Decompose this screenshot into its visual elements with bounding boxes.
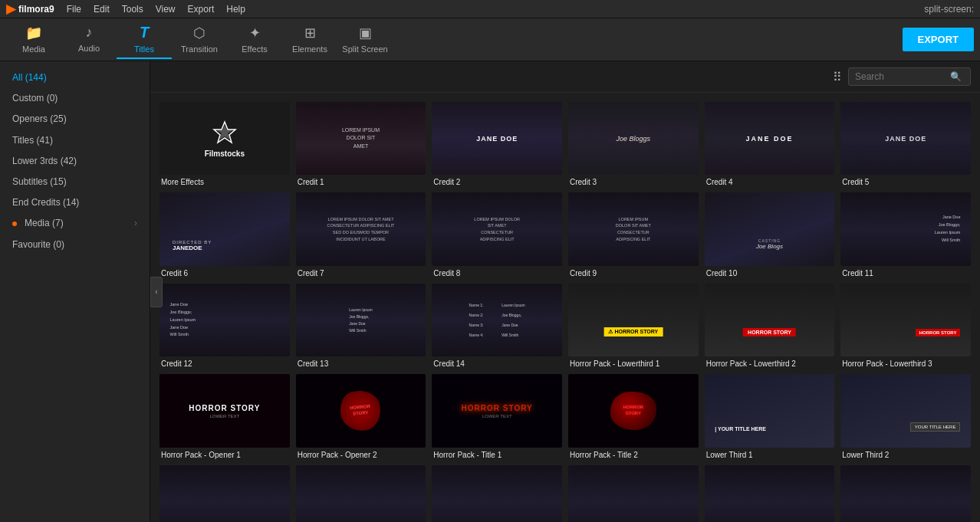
sidebar-item-subtitles[interactable]: Subtitles (15) xyxy=(0,172,150,192)
list-item[interactable]: HORROR STORY Horror Pack - Lowerthird 2 xyxy=(702,281,838,371)
splitscreen-icon: ▣ xyxy=(359,25,372,41)
list-item[interactable]: HORROR STORY Horror Pack - Lowerthird 3 xyxy=(837,281,974,371)
filmstocks-logo xyxy=(211,119,238,146)
app-logo: ▶ filmora9 xyxy=(6,2,54,16)
list-item[interactable]: LOREM IPSUMDOLOR SITAMET Credit 1 xyxy=(293,99,429,189)
sidebar: All (144) Custom (0) Openers (25) Titles… xyxy=(0,61,150,522)
item-label: Horror Pack - Lowerthird 1 xyxy=(568,359,699,368)
menu-edit[interactable]: Edit xyxy=(94,4,110,15)
item-label: Credit 1 xyxy=(296,178,426,186)
toolbar-media[interactable]: 📁 Media xyxy=(6,21,61,59)
list-item[interactable] xyxy=(429,462,565,522)
logo-icon: ▶ xyxy=(6,2,15,16)
thumbnail xyxy=(568,465,699,522)
list-item[interactable]: Jane DoeJoe Bloggs;Lauren IpsumWill Smit… xyxy=(837,189,974,280)
export-button[interactable]: EXPORT xyxy=(903,28,974,51)
toolbar-effects[interactable]: ✦ Effects xyxy=(227,21,282,59)
thumbnail: HORROR STORY xyxy=(705,284,835,356)
toolbar-titles-label: Titles xyxy=(134,44,154,54)
thumbnail: JANE DOE xyxy=(432,102,562,175)
thumbnail: LOREM IPSUMDOLOR SIT AMETCONSECTETURADIP… xyxy=(568,192,699,265)
thumbnail: DIRECTED BY JANEDOE xyxy=(159,192,290,265)
sidebar-item-openers[interactable]: Openers (25) xyxy=(0,109,150,130)
list-item[interactable]: DIRECTED BY JANEDOE Credit 6 xyxy=(156,189,293,280)
list-item[interactable]: Jane DoeJoe Bloggs;Lauren IpsumJane DoeW… xyxy=(156,281,293,371)
list-item[interactable]: Lauren IpsumJoe Bloggs,Jane DoeWill Smit… xyxy=(293,281,429,371)
elements-icon: ⊞ xyxy=(304,25,316,41)
list-item[interactable]: LOREM IPSUMDOLOR SIT AMETCONSECTETURADIP… xyxy=(565,189,702,280)
list-item[interactable]: YOUR TITLE HERE Lower Third 2 xyxy=(837,371,974,461)
toolbar-transition[interactable]: ⬡ Transition xyxy=(172,21,227,59)
item-label: Credit 7 xyxy=(296,269,426,277)
toolbar-titles[interactable]: T Titles xyxy=(117,21,172,59)
toolbar-elements[interactable]: ⊞ Elements xyxy=(282,21,337,59)
menu-file[interactable]: File xyxy=(67,4,81,15)
item-label: Credit 8 xyxy=(432,269,562,277)
toolbar-elements-label: Elements xyxy=(292,44,327,54)
list-item[interactable]: Filmstocks More Effects xyxy=(156,99,293,189)
list-item[interactable]: LOREM IPSUM DOLOR SIT AMETCONSECTETUR AD… xyxy=(293,189,429,280)
list-item[interactable]: JANE DOE Credit 4 xyxy=(702,99,838,189)
thumbnail xyxy=(705,465,835,522)
list-item[interactable] xyxy=(293,462,429,522)
menu-help[interactable]: Help xyxy=(226,4,245,15)
list-item[interactable]: JANE DOE Credit 2 xyxy=(429,99,565,189)
search-icon[interactable]: 🔍 xyxy=(950,71,962,82)
item-label: Credit 4 xyxy=(705,178,835,186)
item-label: Credit 2 xyxy=(432,178,562,186)
thumbnail xyxy=(296,465,426,522)
list-item[interactable]: ⚠ HORROR STORY Horror Pack - Lowerthird … xyxy=(565,281,702,371)
grid-view-icon[interactable]: ⠿ xyxy=(833,70,842,84)
app-name: filmora9 xyxy=(18,4,54,15)
list-item[interactable]: Name 1:Lauren Ipsum Name 2:Joe Bloggs, N… xyxy=(429,281,565,371)
thumbnail: JANE DOE xyxy=(705,102,835,175)
list-item[interactable]: Casting Joe Blogs Credit 10 xyxy=(702,189,838,280)
thumbnail: JANE DOE xyxy=(840,102,971,175)
menu-export[interactable]: Export xyxy=(188,4,215,15)
list-item[interactable]: HORRORSTORY Horror Pack - Opener 2 xyxy=(293,371,429,461)
sidebar-collapse-button[interactable]: ‹ xyxy=(150,277,163,307)
sidebar-item-favourite[interactable]: Favourite (0) xyxy=(0,235,150,255)
list-item[interactable] xyxy=(702,462,838,522)
list-item[interactable] xyxy=(156,462,293,522)
list-item[interactable] xyxy=(565,462,702,522)
sidebar-item-all[interactable]: All (144) xyxy=(0,67,150,88)
thumbnail: Jane DoeJoe Bloggs;Lauren IpsumWill Smit… xyxy=(840,192,971,265)
search-input[interactable] xyxy=(855,71,947,82)
item-label: Credit 6 xyxy=(159,269,290,277)
thumbnail: HORRORSTORY xyxy=(296,374,426,447)
item-label: More Effects xyxy=(159,178,290,186)
sidebar-item-lower3rds[interactable]: Lower 3rds (42) xyxy=(0,151,150,172)
list-item[interactable]: JANE DOE Credit 5 xyxy=(837,99,974,189)
toolbar-media-label: Media xyxy=(22,44,45,54)
list-item[interactable] xyxy=(837,462,974,522)
menu-tools[interactable]: Tools xyxy=(122,4,143,15)
sidebar-item-media[interactable]: Media (7) › xyxy=(0,213,150,234)
toolbar-audio[interactable]: ♪ Audio xyxy=(61,21,117,59)
list-item[interactable]: LOREM IPSUM DOLORSIT AMETCONSECTETURADIP… xyxy=(429,189,565,280)
titles-icon: T xyxy=(140,24,149,41)
thumbnail: LOREM IPSUMDOLOR SITAMET xyxy=(296,102,426,175)
effects-icon: ✦ xyxy=(249,25,261,41)
toolbar-splitscreen[interactable]: ▣ Split Screen xyxy=(337,21,393,59)
item-label: Horror Pack - Lowerthird 3 xyxy=(840,359,971,368)
list-item[interactable]: Joe Bloggs Credit 3 xyxy=(565,99,702,189)
list-item[interactable]: | YOUR TITLE HERE Lower Third 1 xyxy=(702,371,838,461)
thumbnail: Joe Bloggs xyxy=(568,102,699,175)
list-item[interactable]: HORROR STORY LOWER TEXT Horror Pack - Op… xyxy=(156,371,293,461)
thumbnail: Jane DoeJoe Bloggs;Lauren IpsumJane DoeW… xyxy=(159,284,290,356)
list-item[interactable]: HORRORSTORY Horror Pack - Title 2 xyxy=(565,371,702,461)
thumbnail: ⚠ HORROR STORY xyxy=(568,284,699,356)
media-dot xyxy=(12,222,17,226)
sidebar-item-titles[interactable]: Titles (41) xyxy=(0,130,150,151)
sidebar-item-endcredits[interactable]: End Credits (14) xyxy=(0,192,150,213)
menu-view[interactable]: View xyxy=(156,4,176,15)
grid: Filmstocks More Effects LOREM IPSUMDOLOR… xyxy=(150,93,980,522)
search-box: 🔍 xyxy=(848,67,971,86)
item-label: Credit 3 xyxy=(568,178,699,186)
list-item[interactable]: HORROR STORY LOWER TEXT Horror Pack - Ti… xyxy=(429,371,565,461)
thumbnail: HORROR STORY LOWER TEXT xyxy=(432,374,562,447)
main-layout: All (144) Custom (0) Openers (25) Titles… xyxy=(0,61,980,522)
content-header: ⠿ 🔍 xyxy=(150,61,980,93)
sidebar-item-custom[interactable]: Custom (0) xyxy=(0,88,150,109)
